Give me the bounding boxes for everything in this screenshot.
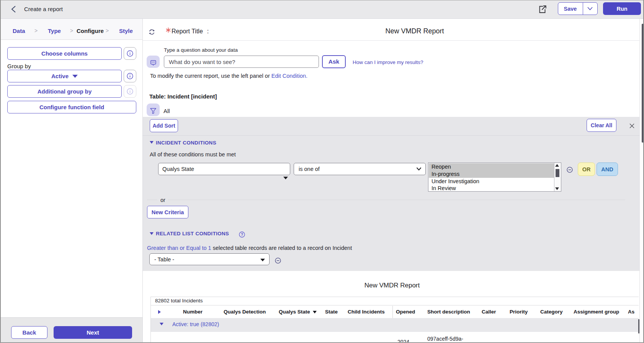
svg-text:?: ? — [241, 233, 243, 237]
